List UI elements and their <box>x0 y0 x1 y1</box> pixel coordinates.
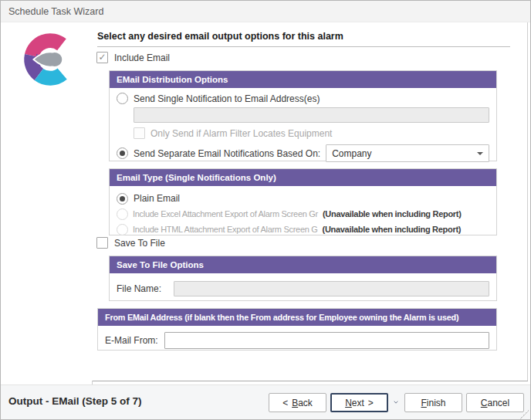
email-type-panel: Email Type (Single Notifications Only) P… <box>109 168 497 235</box>
page-bottom-border <box>92 381 528 381</box>
include-email-box[interactable]: ✓ <box>96 52 108 63</box>
plain-email-radio-circle[interactable] <box>117 193 128 205</box>
only-send-checkbox: Only Send if Alarm Filter Locates Equipm… <box>134 127 489 139</box>
resize-grip[interactable] <box>519 410 529 419</box>
html-attachment-radio: Include HTML Attachment Export of Alarm … <box>117 222 489 237</box>
window-title: Schedule Task Wizard <box>8 6 103 17</box>
next-dropdown-button[interactable] <box>389 395 403 410</box>
distribution-options-panel: EMail Distribution Options Send Single N… <box>109 70 497 161</box>
check-icon: ✓ <box>98 52 106 62</box>
chevron-down-icon <box>394 398 398 407</box>
dropdown-arrow-icon <box>477 152 483 155</box>
finish-button[interactable]: Finish <box>404 393 462 412</box>
from-email-header: From EMail Address (if blank then the Fr… <box>98 309 496 326</box>
save-to-file-checkbox[interactable]: Save To File <box>96 237 165 249</box>
send-separate-radio[interactable]: Send Separate Email Notifications Based … <box>117 147 320 159</box>
app-logo-icon <box>22 32 78 87</box>
email-from-label: E-Mail From: <box>105 335 159 346</box>
schedule-task-wizard-window: Schedule Task Wizard Select any desired … <box>0 0 531 420</box>
html-attachment-radio-circle <box>117 224 128 235</box>
file-name-label: File Name: <box>117 283 166 294</box>
file-name-input <box>174 281 489 296</box>
send-single-radio-circle[interactable] <box>117 93 128 104</box>
email-type-header: Email Type (Single Notifications Only) <box>110 169 496 186</box>
based-on-value: Company <box>332 148 371 159</box>
back-button[interactable]: <Back <box>269 393 326 412</box>
include-email-label: Include Email <box>114 52 170 63</box>
email-addresses-input <box>134 107 489 123</box>
page-right-border <box>527 22 528 381</box>
distribution-options-header: EMail Distribution Options <box>110 71 496 88</box>
based-on-dropdown[interactable]: Company <box>326 144 489 162</box>
email-from-input[interactable] <box>164 332 489 349</box>
include-email-checkbox[interactable]: ✓ Include Email <box>96 52 170 63</box>
step-status: Output - EMail (Step 5 of 7) <box>8 395 142 407</box>
save-to-file-box[interactable] <box>96 237 108 249</box>
cancel-button[interactable]: Cancel <box>466 393 524 412</box>
send-single-radio[interactable]: Send Single Notification to Email Addres… <box>117 93 489 104</box>
save-to-file-header: Save To File Options <box>110 256 496 273</box>
send-single-label: Send Single Notification to Email Addres… <box>134 93 320 104</box>
plain-email-label: Plain Email <box>134 193 180 204</box>
excel-attachment-radio-circle <box>117 208 128 220</box>
title-bar[interactable]: Schedule Task Wizard <box>1 1 530 22</box>
save-to-file-panel: Save To File Options File Name: <box>109 256 497 301</box>
only-send-checkbox-box <box>134 127 145 139</box>
html-attachment-label: Include HTML Attachment Export of Alarm … <box>133 225 318 234</box>
heading-divider <box>97 46 510 47</box>
plain-email-radio[interactable]: Plain Email <box>117 191 489 206</box>
only-send-label: Only Send if Alarm Filter Locates Equipm… <box>151 128 332 139</box>
excel-attachment-radio: Include Excel Attachment Export of Alarm… <box>117 206 489 222</box>
wizard-footer: Output - EMail (Step 5 of 7) <Back Next>… <box>1 384 530 420</box>
next-button[interactable]: Next> <box>330 393 388 412</box>
excel-unavailable-note: (Unavailable when including Report) <box>323 209 462 218</box>
from-email-panel: From EMail Address (if blank then the Fr… <box>97 308 497 351</box>
save-to-file-label: Save To File <box>114 238 165 249</box>
send-separate-radio-circle[interactable] <box>117 147 128 159</box>
html-unavailable-note: (Unavailable when including Report) <box>323 225 462 234</box>
excel-attachment-label: Include Excel Attachment Export of Alarm… <box>133 209 318 218</box>
page-instruction: Select any desired email output options … <box>97 31 510 42</box>
send-separate-label: Send Separate Email Notifications Based … <box>134 148 320 159</box>
